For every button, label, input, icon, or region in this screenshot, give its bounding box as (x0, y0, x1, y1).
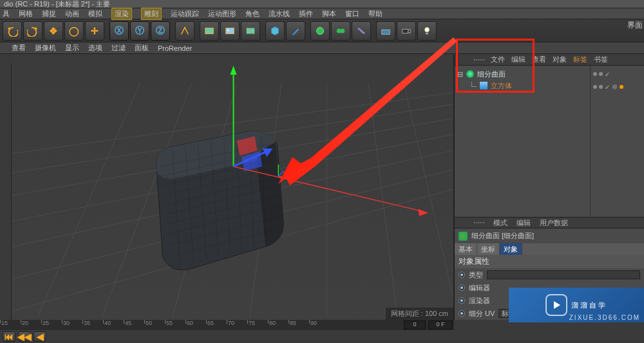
interface-menu[interactable]: 界面 (627, 20, 643, 31)
menu-item[interactable]: 流水线 (269, 9, 290, 19)
current-frame-a[interactable]: 0 (404, 320, 426, 329)
layer-dot-icon[interactable] (593, 85, 597, 89)
current-frame-b[interactable]: 0 F (428, 320, 453, 329)
tab-file[interactable]: 文件 (491, 55, 505, 64)
vp-menu-item[interactable]: ProRender (158, 44, 192, 52)
axis-y-button[interactable]: Ⓨ (130, 21, 149, 41)
svg-rect-9 (402, 29, 408, 33)
subdivision-button[interactable] (310, 21, 330, 41)
menu-item[interactable]: 捕捉 (42, 9, 56, 19)
svg-point-10 (424, 27, 429, 32)
vp-menu-item[interactable]: 面板 (135, 43, 149, 53)
tab-object[interactable]: 对象 (553, 55, 567, 64)
add-primitive-button[interactable] (265, 21, 285, 41)
tab-bookmark[interactable]: 书签 (594, 55, 608, 64)
light-button[interactable] (417, 21, 437, 41)
redo-button[interactable] (23, 21, 43, 41)
vp-menu-item[interactable]: 选项 (88, 43, 102, 53)
left-tool-column[interactable] (0, 63, 12, 320)
prev-key-button[interactable]: ◀◀ (18, 331, 31, 342)
attr-type-dropdown[interactable] (487, 270, 640, 279)
menu-item[interactable]: 运动图形 (208, 9, 236, 19)
tab-edit[interactable]: 编辑 (511, 55, 526, 64)
radio-icon[interactable] (459, 297, 465, 304)
svg-rect-0 (205, 28, 214, 33)
radio-icon[interactable] (459, 284, 465, 291)
phong-tag-icon[interactable] (620, 85, 623, 89)
vp-menu-item[interactable]: 过滤 (111, 43, 126, 53)
tree-row-parent[interactable]: ⊟ 细分曲面 (457, 68, 587, 80)
vp-menu-item[interactable]: 显示 (65, 43, 79, 53)
tab-view[interactable]: 查看 (532, 55, 546, 64)
menu-render[interactable]: 渲染 (111, 8, 132, 20)
tab-tags[interactable]: 标签 (573, 55, 587, 64)
object-manager[interactable]: ⊟ 细分曲面 立方体 ✓ (455, 66, 644, 217)
radio-icon[interactable] (459, 310, 465, 317)
layer-dot-icon[interactable] (599, 72, 603, 76)
object-manager-tabs: 文件 编辑 查看 对象 标签 书签 (455, 54, 644, 66)
subdivision-surface-icon (459, 232, 468, 241)
menu-sculpt[interactable]: 雕刻 (141, 8, 162, 20)
axis-z-button[interactable]: Ⓩ (151, 21, 170, 41)
add-pen-button[interactable] (286, 21, 305, 41)
menu-item[interactable]: 运动跟踪 (171, 9, 199, 19)
subtab-coords[interactable]: 坐标 (477, 243, 500, 255)
tab-userdata[interactable]: 用户数据 (540, 218, 568, 228)
move-tool[interactable]: ✛ (85, 21, 104, 41)
subtab-object[interactable]: 对象 (500, 243, 522, 255)
render-settings-button[interactable] (241, 21, 260, 41)
vp-menu-item[interactable]: 摄像机 (35, 43, 56, 53)
svg-line-18 (37, 83, 140, 317)
vp-menu-item[interactable]: 查看 (12, 43, 26, 53)
menu-item[interactable]: 角色 (245, 9, 260, 19)
attr-row-type: 类型 (455, 268, 644, 281)
collapse-icon[interactable]: ⊟ (457, 70, 463, 79)
main-toolbar: ✥ ◯ ✛ Ⓧ Ⓨ Ⓩ (0, 19, 644, 42)
menu-item[interactable]: 具 (3, 9, 10, 19)
tag-icon[interactable]: ✲ (612, 83, 618, 91)
rotate-tool[interactable]: ◯ (64, 21, 84, 41)
select-button[interactable]: ✥ (44, 21, 63, 41)
subtab-basic[interactable]: 基本 (455, 243, 477, 255)
render-view-button[interactable] (200, 21, 219, 41)
deformer-button[interactable] (352, 21, 371, 41)
viewport-3d[interactable]: 网格间距 : 100 cm (12, 54, 454, 320)
coord-button[interactable] (175, 21, 194, 41)
tab-edit2[interactable]: 编辑 (516, 218, 531, 228)
vis-row[interactable]: ✓ ✲ (593, 81, 641, 93)
menu-item[interactable]: 动画 (65, 9, 79, 19)
menu-item[interactable]: 窗口 (345, 9, 359, 19)
menu-item[interactable]: 模拟 (88, 9, 102, 19)
tick: 85 (289, 320, 309, 330)
axis-x-button[interactable]: Ⓧ (109, 21, 129, 41)
prev-frame-button[interactable]: ◀ (33, 331, 46, 342)
layer-dot-icon[interactable] (593, 72, 597, 76)
undo-button[interactable] (3, 21, 22, 41)
generator-button[interactable] (331, 21, 350, 41)
tick: 15 (0, 320, 21, 330)
svg-marker-26 (230, 66, 236, 75)
menu-item[interactable]: 网格 (19, 9, 33, 19)
tick: 40 (103, 320, 124, 330)
svg-marker-28 (418, 209, 428, 216)
environment-button[interactable] (376, 21, 395, 41)
svg-point-2 (227, 29, 229, 31)
radio-icon[interactable] (459, 272, 465, 278)
tree-parent-label[interactable]: 细分曲面 (477, 70, 506, 79)
tree-child-label[interactable]: 立方体 (491, 81, 512, 91)
render-picture-button[interactable] (220, 21, 240, 41)
menu-item[interactable]: 脚本 (322, 9, 336, 19)
viewport-collapse-icon[interactable]: ✥ (442, 42, 451, 51)
menu-item[interactable]: 帮助 (368, 9, 383, 19)
object-tree[interactable]: ⊟ 细分曲面 立方体 (455, 66, 590, 217)
tab-mode[interactable]: 模式 (493, 218, 507, 228)
timeline-ruler[interactable]: 15 20 25 30 35 40 45 50 55 60 65 70 75 8… (0, 320, 454, 330)
go-start-button[interactable]: ⏮ (3, 331, 15, 342)
camera-button[interactable] (397, 21, 416, 41)
vis-row[interactable]: ✓ (593, 68, 641, 80)
menu-item[interactable]: 插件 (299, 9, 313, 19)
tree-row-child[interactable]: 立方体 (457, 80, 587, 91)
enable-toggle[interactable]: ✓ (605, 84, 610, 91)
enable-toggle[interactable]: ✓ (605, 71, 610, 78)
layer-dot-icon[interactable] (599, 85, 603, 89)
